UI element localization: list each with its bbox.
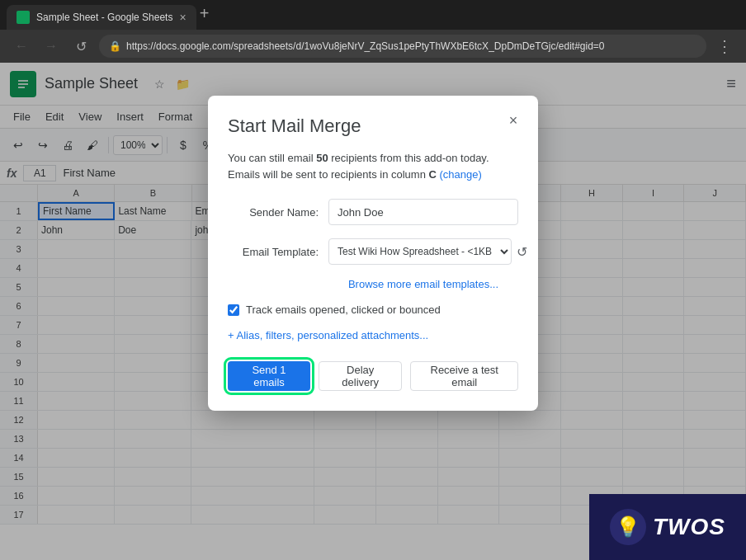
- twos-brand-text: TWOS: [653, 514, 725, 540]
- url-text: https://docs.google.com/spreadsheets/d/1…: [126, 40, 605, 52]
- forward-button[interactable]: →: [40, 35, 63, 58]
- back-button[interactable]: ←: [10, 35, 33, 58]
- browser-menu-button[interactable]: ⋮: [713, 33, 736, 59]
- receive-test-email-button[interactable]: Receive a test email: [410, 361, 518, 391]
- recipients-count: 50: [316, 152, 328, 164]
- dialog-footer: Send 1 emails Delay delivery Receive a t…: [228, 361, 518, 391]
- email-template-row: Email Template: Test Wiki How Spreadshee…: [228, 238, 518, 265]
- tab-close-button[interactable]: ×: [179, 11, 186, 24]
- email-template-label: Email Template:: [228, 246, 319, 258]
- email-template-select[interactable]: Test Wiki How Spreadsheet - <1KB: [328, 238, 512, 265]
- tab-bar: Sample Sheet - Google Sheets × +: [0, 0, 746, 30]
- track-emails-label: Track emails opened, clicked or bounced: [246, 304, 441, 316]
- dialog-close-button[interactable]: ×: [502, 109, 525, 132]
- active-tab[interactable]: Sample Sheet - Google Sheets ×: [7, 5, 196, 30]
- dialog-title: Start Mail Merge: [228, 115, 518, 137]
- alias-filters-link[interactable]: Alias, filters, personalized attachments…: [228, 329, 518, 341]
- refresh-templates-button[interactable]: ↺: [517, 244, 527, 260]
- modal-overlay: Start Mail Merge × You can still email 5…: [0, 63, 746, 560]
- spreadsheet-container: Sample Sheet ☆ 📁 ≡ File Edit View Insert…: [0, 63, 746, 560]
- lock-icon: 🔒: [109, 40, 121, 52]
- reload-button[interactable]: ↺: [69, 35, 92, 58]
- twos-logo-icon: 💡: [610, 509, 646, 545]
- column-ref: C: [429, 168, 437, 181]
- delay-delivery-button[interactable]: Delay delivery: [319, 361, 402, 391]
- tab-favicon: [17, 11, 30, 24]
- mail-merge-dialog: Start Mail Merge × You can still email 5…: [208, 96, 538, 411]
- address-bar[interactable]: 🔒 https://docs.google.com/spreadsheets/d…: [99, 35, 706, 58]
- browser-chrome: Sample Sheet - Google Sheets × + ← → ↺ 🔒…: [0, 0, 746, 63]
- twos-badge: 💡 TWOS: [589, 494, 746, 560]
- change-column-link[interactable]: (change): [440, 168, 482, 181]
- send-emails-button[interactable]: Send 1 emails: [228, 361, 310, 391]
- browse-templates-link[interactable]: Browse more email templates...: [328, 278, 518, 290]
- lightbulb-icon: 💡: [616, 515, 640, 539]
- track-emails-checkbox[interactable]: [228, 304, 239, 316]
- track-emails-row: Track emails opened, clicked or bounced: [228, 304, 518, 316]
- sender-name-row: Sender Name:: [228, 199, 518, 225]
- sender-name-label: Sender Name:: [228, 206, 319, 219]
- dialog-description: You can still email 50 recipients from t…: [228, 150, 518, 182]
- tab-title: Sample Sheet - Google Sheets: [36, 12, 172, 23]
- template-select-wrap: Test Wiki How Spreadsheet - <1KB ↺: [328, 238, 527, 265]
- sender-name-input[interactable]: [328, 199, 518, 225]
- nav-bar: ← → ↺ 🔒 https://docs.google.com/spreadsh…: [0, 30, 746, 63]
- new-tab-button[interactable]: +: [200, 4, 210, 23]
- desc-text-1: You can still email: [228, 152, 316, 164]
